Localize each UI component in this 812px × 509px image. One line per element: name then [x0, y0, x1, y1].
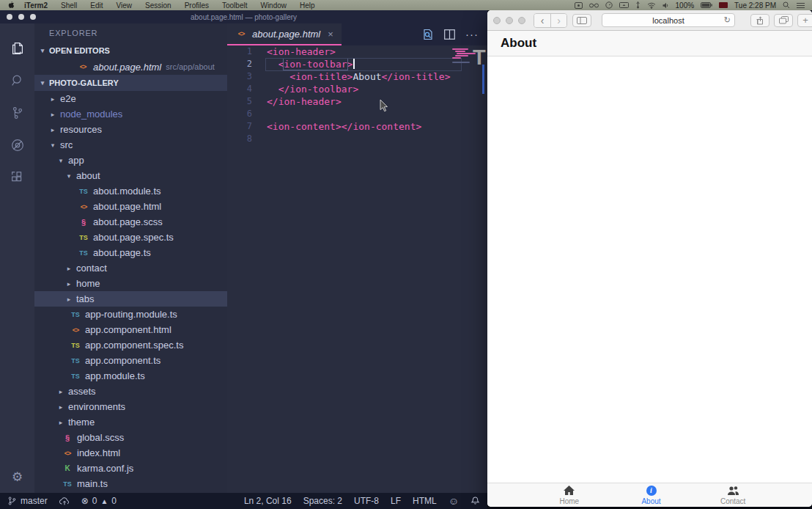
back-button[interactable]: ‹	[534, 14, 550, 27]
settings-gear-icon[interactable]: ⚙	[0, 461, 34, 493]
zoom-window-button[interactable]	[30, 14, 36, 20]
search-icon[interactable]	[0, 65, 34, 97]
tree-item-node_modules[interactable]: ▸node_modules	[34, 106, 227, 122]
reload-icon[interactable]: ↻	[724, 16, 731, 24]
vscode-traffic-lights[interactable]	[7, 14, 36, 20]
code-line-8[interactable]: 8	[227, 133, 487, 145]
glasses-icon[interactable]	[589, 2, 599, 8]
status-ln-2-col-16[interactable]: Ln 2, Col 16	[244, 496, 292, 506]
notification-center-icon[interactable]	[797, 2, 805, 9]
close-window-button[interactable]	[7, 14, 12, 20]
tree-item-e2e[interactable]: ▸e2e	[34, 91, 227, 106]
code-line-1[interactable]: 1<ion-header>	[227, 45, 487, 58]
code-line-7[interactable]: 7<ion-content></ion-content>	[227, 120, 487, 133]
tree-item-home[interactable]: ▸home	[34, 276, 227, 291]
code-line-3[interactable]: 3 <ion-title>About</ion-title>	[227, 70, 487, 83]
editor-scrollbar[interactable]	[482, 65, 484, 94]
code-line-4[interactable]: 4 </ion-toolbar>	[227, 83, 487, 95]
tree-item-about.page.scss[interactable]: §about.page.scss	[34, 214, 227, 230]
tree-item-global.scss[interactable]: §global.scss	[34, 430, 227, 445]
menu-view[interactable]: View	[110, 1, 139, 10]
tab-overview-button[interactable]	[774, 14, 793, 27]
tree-item-main.ts[interactable]: TSmain.ts	[34, 476, 227, 491]
menu-session[interactable]: Session	[139, 1, 178, 10]
open-editors-header[interactable]: ▾ OPEN EDITORS	[34, 43, 227, 59]
tree-item-about.page.html[interactable]: <>about.page.html	[34, 199, 227, 214]
menu-help[interactable]: Help	[293, 1, 322, 10]
timer-icon[interactable]	[605, 1, 613, 9]
split-editor-icon[interactable]	[444, 29, 455, 40]
tree-item-about.module.ts[interactable]: TSabout.module.ts	[34, 183, 227, 199]
tree-item-src[interactable]: ▾src	[34, 137, 227, 153]
tree-item-app[interactable]: ▾app	[34, 153, 227, 168]
debug-icon[interactable]	[0, 129, 34, 161]
open-preview-icon[interactable]	[422, 29, 434, 40]
open-editor-item[interactable]: <> about.page.html src/app/about	[34, 59, 227, 75]
apple-icon[interactable]	[7, 1, 15, 10]
sidebar-toggle-button[interactable]	[572, 14, 591, 27]
code-line-6[interactable]: 6	[227, 108, 487, 120]
menu-shell[interactable]: Shell	[54, 1, 84, 10]
minimize-window-button[interactable]	[506, 17, 513, 24]
code-line-2[interactable]: 2 <ion-toolbar>	[227, 58, 487, 70]
tree-item-contact[interactable]: ▸contact	[34, 260, 227, 276]
close-tab-icon[interactable]: ×	[328, 29, 333, 40]
tree-item-app.module.ts[interactable]: TSapp.module.ts	[34, 368, 227, 384]
tree-item-about.page.spec.ts[interactable]: TSabout.page.spec.ts	[34, 230, 227, 245]
menu-profiles[interactable]: Profiles	[178, 1, 215, 10]
tree-item-theme[interactable]: ▸theme	[34, 414, 227, 430]
tree-item-karma.conf.js[interactable]: Kkarma.conf.js	[34, 461, 227, 476]
wifi-icon[interactable]	[647, 2, 656, 9]
screen-record-icon[interactable]	[575, 2, 583, 9]
tree-item-index.html[interactable]: <>index.html	[34, 445, 227, 461]
feedback-smiley-icon[interactable]: ☺	[449, 495, 459, 507]
volume-icon[interactable]	[662, 2, 669, 9]
code-editor[interactable]: 1<ion-header>2 <ion-toolbar>3 <ion-title…	[227, 45, 487, 493]
code-line-5[interactable]: 5</ion-header>	[227, 95, 487, 108]
tree-item-about[interactable]: ▾about	[34, 168, 227, 183]
ionic-tab-contact[interactable]: Contact	[692, 483, 774, 507]
status-html[interactable]: HTML	[413, 496, 437, 506]
tree-item-tabs[interactable]: ▸tabs	[34, 291, 227, 307]
editor-tab-about-page-html[interactable]: <> about.page.html ×	[227, 23, 342, 45]
menubar-clock[interactable]: Tue 2:28 PM	[734, 1, 776, 10]
input-source-flag-icon[interactable]	[719, 2, 728, 8]
menu-iterm2[interactable]: iTerm2	[18, 1, 54, 10]
html-file-icon: <>	[235, 30, 247, 37]
address-bar[interactable]: localhost ↻	[602, 13, 735, 27]
tree-item-app.component.html[interactable]: <>app.component.html	[34, 322, 227, 337]
dongle-icon[interactable]	[635, 1, 641, 9]
menu-edit[interactable]: Edit	[84, 1, 109, 10]
tree-item-app-routing.module.ts[interactable]: TSapp-routing.module.ts	[34, 307, 227, 322]
ionic-tab-home[interactable]: Home	[528, 483, 610, 507]
tree-item-resources[interactable]: ▸resources	[34, 122, 227, 137]
minimize-window-button[interactable]	[18, 14, 24, 20]
tree-item-app.component.ts[interactable]: TSapp.component.ts	[34, 353, 227, 368]
tree-item-about.page.ts[interactable]: TSabout.page.ts	[34, 245, 227, 260]
status-utf-8[interactable]: UTF-8	[354, 496, 379, 506]
forward-button[interactable]: ›	[550, 14, 566, 27]
status-spaces-2[interactable]: Spaces: 2	[303, 496, 342, 506]
source-control-icon[interactable]	[0, 97, 34, 129]
git-branch-indicator[interactable]: master	[7, 496, 48, 506]
status-lf[interactable]: LF	[391, 496, 401, 506]
close-window-button[interactable]	[493, 17, 501, 24]
ionic-tab-about[interactable]: iAbout	[610, 483, 693, 507]
share-button[interactable]	[750, 14, 769, 27]
menu-toolbelt[interactable]: Toolbelt	[215, 1, 254, 10]
spotlight-search-icon[interactable]	[783, 1, 790, 9]
display-icon[interactable]	[619, 2, 629, 9]
extensions-icon[interactable]	[0, 161, 34, 194]
vscode-titlebar[interactable]: about.page.html — photo-gallery	[0, 10, 487, 23]
explorer-icon[interactable]	[0, 32, 34, 65]
sync-icon[interactable]	[59, 497, 70, 506]
tree-item-app.component.spec.ts[interactable]: TSapp.component.spec.ts	[34, 337, 227, 353]
tree-item-environments[interactable]: ▸environments	[34, 399, 227, 414]
menu-window[interactable]: Window	[254, 1, 293, 10]
project-root-header[interactable]: ▾ PHOTO-GALLERY	[34, 75, 227, 91]
zoom-window-button[interactable]	[518, 17, 525, 24]
problems-indicator[interactable]: ⊗ 0 ▲ 0	[81, 496, 117, 506]
notifications-bell-icon[interactable]	[470, 496, 480, 506]
new-tab-button[interactable]: +	[797, 14, 812, 27]
tree-item-assets[interactable]: ▸assets	[34, 384, 227, 399]
